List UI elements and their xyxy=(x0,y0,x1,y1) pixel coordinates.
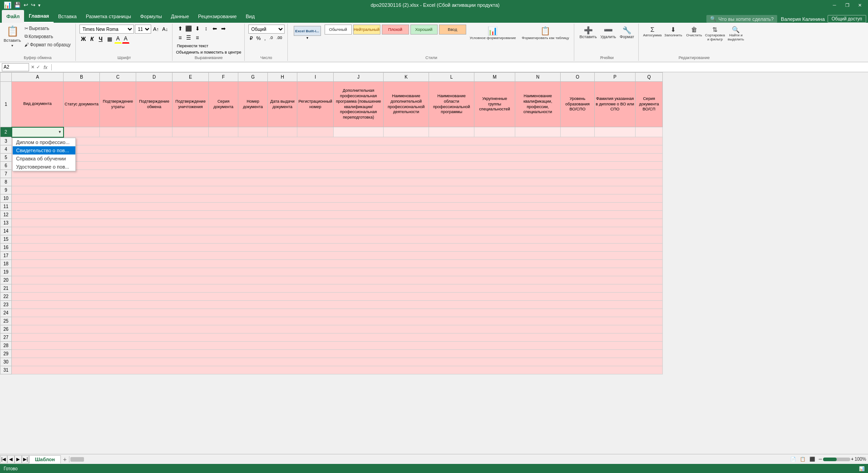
dropdown-item-4[interactable]: Удостоверение о пов... xyxy=(13,163,75,171)
borders-button[interactable]: ▦ xyxy=(105,35,114,43)
cell-I1[interactable]: Регистрационный номер xyxy=(297,82,334,127)
row-header-30[interactable]: 30 xyxy=(0,358,12,366)
tab-review[interactable]: Рецензирование xyxy=(193,10,241,23)
row-header-26[interactable]: 26 xyxy=(0,325,12,334)
underline-button[interactable]: Ч xyxy=(97,35,105,43)
excel-builtin-button[interactable]: Excel Built-i... ▾ xyxy=(291,25,323,41)
grid-scroll-area[interactable]: A B C D E F G H I J K L M xyxy=(0,72,868,454)
align-middle-button[interactable]: ⬛ xyxy=(185,25,193,33)
align-center-button[interactable]: ☰ xyxy=(185,34,193,42)
format-table-button[interactable]: 📋 Форматировать как таблицу xyxy=(519,25,571,41)
row-header-22[interactable]: 22 xyxy=(0,293,12,301)
cell-F2[interactable] xyxy=(209,127,238,137)
tab-view[interactable]: Вид xyxy=(241,10,259,23)
text-direction-button[interactable]: ↕ xyxy=(202,25,210,33)
row-header-15[interactable]: 15 xyxy=(0,235,12,244)
number-format-select[interactable]: Общий xyxy=(248,25,285,34)
col-header-P[interactable]: P xyxy=(595,73,636,82)
row-header-7[interactable]: 7 xyxy=(0,170,12,178)
row-header-9[interactable]: 9 xyxy=(0,186,12,194)
row-header-2[interactable]: 2 xyxy=(0,127,12,137)
cell-L1[interactable]: Наименование области профессиональной пр… xyxy=(429,82,474,127)
decimal-decrease-button[interactable]: .00 xyxy=(275,35,284,42)
font-size-select[interactable]: 11 xyxy=(135,25,151,34)
share-button[interactable]: Общий доступ xyxy=(828,15,866,23)
tab-page-layout[interactable]: Разметка страницы xyxy=(81,10,136,23)
cell-C1[interactable]: Подтверждение утраты xyxy=(100,82,136,127)
italic-button[interactable]: К xyxy=(88,35,96,43)
copy-button[interactable]: ⧉Копировать xyxy=(23,33,73,40)
insert-cells-button[interactable]: ➕ Вставить xyxy=(578,25,598,55)
page-break-view-button[interactable]: ⬛ xyxy=(808,456,817,463)
cell-E1[interactable]: Подтверждение уничтожения xyxy=(173,82,209,127)
dropdown-item-2[interactable]: Свидетельство о пов... xyxy=(13,146,75,154)
horizontal-scrollbar[interactable] xyxy=(69,456,789,463)
row-header-20[interactable]: 20 xyxy=(0,276,12,284)
zoom-out-button[interactable]: ─ xyxy=(819,457,822,462)
row-header-5[interactable]: 5 xyxy=(0,154,12,162)
align-top-button[interactable]: ⬆ xyxy=(176,25,184,33)
cell-Q1[interactable]: Серия документа ВО/СП xyxy=(636,82,663,127)
col-header-F[interactable]: F xyxy=(209,73,238,82)
cell-C2[interactable] xyxy=(100,127,136,137)
font-decrease-button[interactable]: A↓ xyxy=(161,25,169,33)
sheet-nav-prev[interactable]: ◀ xyxy=(7,455,15,463)
style-neutral-button[interactable]: Нейтральный xyxy=(353,25,380,35)
cell-P1[interactable]: Фамилия указанная в дипломе о ВО или СПО xyxy=(595,82,636,127)
tab-data[interactable]: Данные xyxy=(167,10,194,23)
row-header-18[interactable]: 18 xyxy=(0,260,12,268)
quick-access-redo[interactable]: ↪ xyxy=(31,2,35,8)
cell-F1[interactable]: Серия документа xyxy=(209,82,238,127)
row-header-3[interactable]: 3 xyxy=(0,137,12,145)
style-input-button[interactable]: Ввод xyxy=(439,25,466,35)
font-increase-button[interactable]: A↑ xyxy=(152,25,160,33)
col-header-C[interactable]: C xyxy=(100,73,136,82)
paste-button[interactable]: 📋 Вставить ▾ xyxy=(3,25,22,48)
sheet-nav-next[interactable]: ▶ xyxy=(15,455,22,463)
sheet-nav-first[interactable]: |◀ xyxy=(0,455,7,463)
currency-button[interactable]: ₽ xyxy=(248,35,254,42)
tab-file[interactable]: Файл xyxy=(2,10,24,23)
merge-button[interactable]: Объединить и поместить в центре xyxy=(176,50,242,55)
delete-cells-button[interactable]: ➖ Удалить xyxy=(599,25,617,55)
font-family-select[interactable]: Times New Roma xyxy=(79,25,134,34)
cell-I2[interactable] xyxy=(297,127,334,137)
add-sheet-button[interactable]: + xyxy=(61,455,69,463)
decimal-increase-button[interactable]: .0 xyxy=(268,35,274,42)
dropdown-arrow-icon[interactable]: ▼ xyxy=(58,130,62,134)
quick-access-undo[interactable]: ↩ xyxy=(24,2,28,8)
cell-J2[interactable] xyxy=(334,127,384,137)
row-header-13[interactable]: 13 xyxy=(0,219,12,227)
cell-K2[interactable] xyxy=(384,127,429,137)
zoom-slider[interactable] xyxy=(823,458,850,461)
col-header-N[interactable]: N xyxy=(515,73,561,82)
dropdown-item-1[interactable]: Диплом о профессио... xyxy=(13,138,75,146)
format-cells-button[interactable]: 🔧 Формат xyxy=(618,25,636,55)
cell-A1[interactable]: Вид документа xyxy=(12,82,64,127)
align-right-button[interactable]: ≡ xyxy=(193,34,202,42)
bold-button[interactable]: Ж xyxy=(79,35,88,43)
col-header-D[interactable]: D xyxy=(136,73,173,82)
col-header-A[interactable]: A xyxy=(12,73,64,82)
col-header-B[interactable]: B xyxy=(64,73,100,82)
style-good-button[interactable]: Хороший xyxy=(410,25,438,35)
page-layout-view-button[interactable]: 📋 xyxy=(798,456,807,463)
fill-button[interactable]: ⬇ Заполнить xyxy=(663,25,683,55)
row-header-11[interactable]: 11 xyxy=(0,203,12,211)
row-header-27[interactable]: 27 xyxy=(0,334,12,342)
fill-color-button[interactable]: A xyxy=(114,35,122,44)
autosum-button[interactable]: Σ Автосумма xyxy=(642,25,662,55)
normal-view-button[interactable]: 📄 xyxy=(789,456,798,463)
row-header-12[interactable]: 12 xyxy=(0,211,12,219)
dropdown-item-3[interactable]: Справка об обучении xyxy=(13,154,75,163)
row-header-19[interactable]: 19 xyxy=(0,268,12,276)
tab-home[interactable]: Главная xyxy=(24,10,54,23)
row-header-25[interactable]: 25 xyxy=(0,317,12,325)
row-header-10[interactable]: 10 xyxy=(0,194,12,203)
name-box[interactable] xyxy=(2,63,29,71)
comma-button[interactable]: , xyxy=(263,35,267,42)
quick-access-save[interactable]: 💾 xyxy=(14,2,21,8)
row-header-6[interactable]: 6 xyxy=(0,162,12,170)
find-select-button[interactable]: 🔍 Найти и выделить xyxy=(726,25,746,55)
formula-input[interactable] xyxy=(54,63,866,71)
